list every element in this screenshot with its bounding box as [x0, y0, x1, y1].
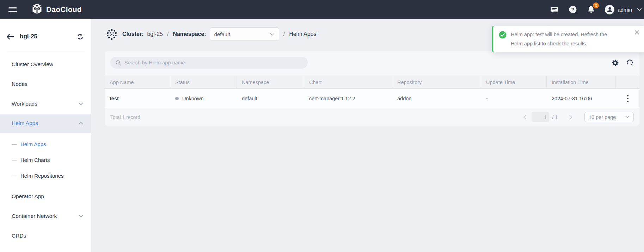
sidebar-subitem-helm-repositories[interactable]: Helm Repositories: [0, 168, 91, 184]
sidebar-subitem-helm-charts[interactable]: Helm Charts: [0, 152, 91, 168]
column-header-app-name: App Name: [105, 76, 170, 88]
settings-gear-icon[interactable]: [612, 59, 619, 67]
user-menu-chevron-icon[interactable]: [637, 8, 642, 11]
dash-icon: [12, 144, 17, 145]
column-header-chart: Chart: [304, 76, 392, 88]
refresh-icon[interactable]: [626, 59, 633, 67]
close-icon[interactable]: [634, 30, 639, 35]
per-page-value: 10 per page: [589, 114, 616, 120]
user-avatar-icon[interactable]: [605, 5, 614, 14]
cell-chart: cert-manager:1.12.2: [304, 89, 392, 108]
search-icon: [115, 60, 121, 66]
status-dot-icon: [175, 97, 179, 100]
cell-status: Unknown: [170, 89, 237, 108]
table-footer: Total 1 record / 1 10 per page: [105, 108, 639, 126]
daocloud-logo-icon: [31, 3, 43, 16]
sidebar-item-operator-app[interactable]: Operator App: [0, 187, 91, 206]
help-icon[interactable]: ?: [568, 5, 577, 14]
cluster-value: bgl-25: [147, 31, 162, 37]
success-check-icon: [499, 31, 507, 48]
column-header-repository: Repository: [392, 76, 481, 88]
toast-message: Helm app: test will be created. Refresh …: [511, 30, 615, 48]
search-box[interactable]: [110, 57, 308, 69]
cluster-label: Cluster:: [122, 31, 143, 37]
breadcrumb-separator: /: [283, 31, 285, 37]
chevron-down-icon: [270, 33, 275, 36]
namespace-select[interactable]: default: [210, 27, 279, 41]
previous-page-icon[interactable]: [522, 115, 528, 120]
main-content: Helm app: test will be created. Refresh …: [91, 19, 644, 252]
breadcrumb-separator: /: [167, 31, 168, 37]
sidebar-cluster-name: bgl-25: [20, 33, 37, 40]
table-header: App Name Status Namespace Chart Reposito…: [105, 76, 639, 89]
sidebar-item-nodes[interactable]: Nodes: [0, 74, 91, 94]
sidebar-nav: Cluster Overview Nodes Workloads Helm Ap…: [0, 51, 91, 246]
breadcrumb-page: Helm Apps: [289, 31, 316, 37]
brand-logo: DaoCloud: [31, 3, 82, 16]
sidebar-item-helm-apps-group[interactable]: Helm Apps: [0, 114, 91, 133]
cell-installation-time: 2024-07-31 16:06: [547, 89, 616, 108]
per-page-select[interactable]: 10 per page: [584, 112, 634, 122]
sidebar-item-crds[interactable]: CRDs: [0, 226, 91, 246]
sidebar-item-workloads[interactable]: Workloads: [0, 94, 91, 114]
row-actions-kebab-icon[interactable]: [624, 94, 631, 103]
total-records-label: Total 1 record: [110, 114, 140, 120]
notification-count-badge: 3: [593, 2, 599, 8]
username-label: admin: [618, 7, 632, 13]
switch-cluster-icon[interactable]: [76, 33, 84, 40]
table-row: test Unknown default cert-manager:1.12.2…: [105, 89, 639, 108]
namespace-selected-value: default: [214, 31, 230, 37]
topbar: DaoCloud ? 3: [0, 0, 644, 19]
sidebar-item-cluster-overview[interactable]: Cluster Overview: [0, 55, 91, 74]
helm-apps-card: App Name Status Namespace Chart Reposito…: [105, 51, 639, 126]
back-button[interactable]: [6, 33, 14, 40]
page-number-input[interactable]: [532, 112, 549, 122]
cell-repository: addon: [392, 89, 481, 108]
sidebar-item-container-network[interactable]: Container Network: [0, 206, 91, 226]
column-header-actions: [616, 76, 639, 88]
dash-icon: [12, 160, 17, 160]
toast-notification: Helm app: test will be created. Refresh …: [492, 26, 644, 52]
cell-update-time: -: [481, 89, 547, 108]
column-header-installation-time: Installation Time: [547, 76, 616, 88]
cluster-dots-icon: [106, 28, 118, 40]
messages-icon[interactable]: [550, 5, 559, 14]
chevron-up-icon: [79, 122, 83, 125]
column-header-namespace: Namespace: [237, 76, 304, 88]
search-input[interactable]: [124, 60, 303, 65]
column-header-status: Status: [170, 76, 237, 88]
chevron-down-icon: [79, 102, 83, 106]
svg-text:?: ?: [571, 7, 575, 12]
cell-namespace: default: [237, 89, 304, 108]
menu-toggle-icon[interactable]: [8, 7, 18, 12]
brand-name: DaoCloud: [46, 5, 82, 14]
column-header-update-time: Update Time: [481, 76, 547, 88]
chevron-down-icon: [79, 215, 83, 218]
dash-icon: [12, 176, 17, 176]
chevron-down-icon: [625, 115, 630, 119]
sidebar-subitem-helm-apps[interactable]: Helm Apps: [0, 136, 91, 152]
pagination: / 1 10 per page: [522, 112, 634, 122]
next-page-icon[interactable]: [568, 115, 574, 120]
cell-app-name[interactable]: test: [105, 89, 170, 108]
page-total-label: / 1: [552, 114, 558, 120]
sidebar: bgl-25 Cluster Overview Nodes Workloads …: [0, 19, 91, 252]
notifications-bell-icon[interactable]: 3: [587, 5, 596, 14]
namespace-label: Namespace:: [173, 31, 206, 37]
